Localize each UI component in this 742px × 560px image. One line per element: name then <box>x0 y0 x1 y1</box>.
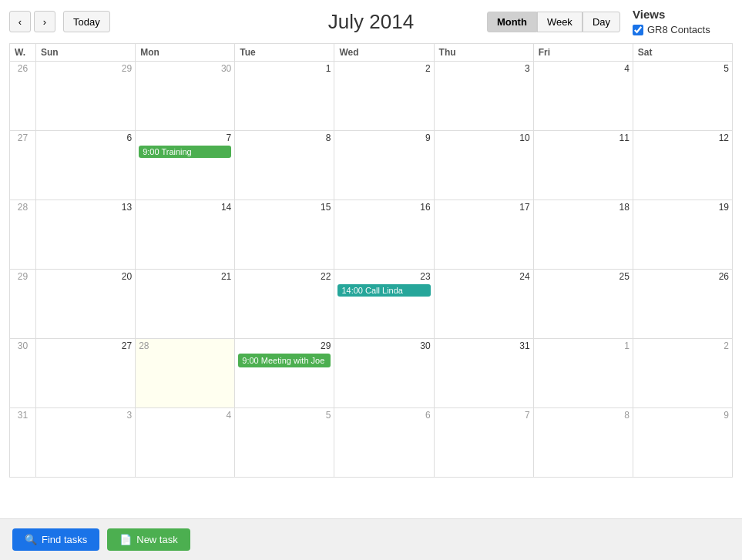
calendar-event[interactable]: 9:00 Meeting with Joe <box>238 354 331 367</box>
day-cell[interactable]: 19 <box>633 200 732 270</box>
day-number: 14 <box>139 202 231 213</box>
day-number: 30 <box>139 63 231 74</box>
new-task-button[interactable]: 📄 New task <box>107 528 190 551</box>
find-tasks-label: Find tasks <box>42 534 87 545</box>
day-number: 6 <box>39 132 132 143</box>
prev-button[interactable]: ‹ <box>9 11 31 32</box>
day-cell[interactable]: 18 <box>533 200 633 270</box>
week-row: 302728299:00 Meeting with Joe303112 <box>10 339 733 408</box>
day-cell[interactable]: 2 <box>334 62 434 131</box>
today-button[interactable]: Today <box>63 11 110 32</box>
day-cell[interactable]: 2 <box>633 339 732 408</box>
day-number: 18 <box>537 202 630 213</box>
day-cell[interactable]: 6 <box>334 408 434 478</box>
day-number: 1 <box>238 63 331 74</box>
day-cell[interactable]: 15 <box>235 200 334 270</box>
day-number: 2 <box>636 340 729 351</box>
today-number: 28 <box>139 340 149 351</box>
day-cell[interactable]: 1 <box>533 339 633 408</box>
day-cell[interactable]: 8 <box>533 408 633 478</box>
views-item: GR8 Contacts <box>633 24 733 35</box>
view-buttons: Month Week Day <box>487 12 620 32</box>
day-number: 2 <box>337 63 430 74</box>
day-number: 29 <box>39 63 132 74</box>
week-num-cell: 28 <box>10 200 36 270</box>
day-cell[interactable]: 13 <box>36 200 136 270</box>
day-cell[interactable]: 24 <box>434 270 533 339</box>
nav-buttons: ‹ › Today <box>9 11 110 32</box>
day-cell[interactable]: 27 <box>36 339 136 408</box>
day-cell[interactable]: 12 <box>633 131 732 200</box>
day-number: 9 <box>337 132 430 143</box>
day-cell[interactable]: 9 <box>334 131 434 200</box>
calendar-footer: 🔍 Find tasks 📄 New task <box>0 518 742 560</box>
day-cell[interactable]: 299:00 Meeting with Joe <box>235 339 334 408</box>
day-number: 20 <box>39 271 132 282</box>
day-view-button[interactable]: Day <box>583 12 620 32</box>
calendar-grid: W. Sun Mon Tue Wed Thu Fri Sat 262930123… <box>9 43 733 478</box>
day-number: 27 <box>39 340 132 351</box>
week-view-button[interactable]: Week <box>537 12 583 32</box>
day-cell[interactable]: 5 <box>235 408 334 478</box>
day-cell[interactable]: 20 <box>36 270 136 339</box>
gr8-contacts-checkbox[interactable] <box>633 25 643 35</box>
day-number: 6 <box>337 410 430 421</box>
day-number: 31 <box>438 340 530 351</box>
day-number: 8 <box>238 132 331 143</box>
week-num-cell: 26 <box>10 62 36 131</box>
search-icon: 🔍 <box>25 534 37 545</box>
day-number: 26 <box>636 271 729 282</box>
find-tasks-button[interactable]: 🔍 Find tasks <box>12 528 99 551</box>
day-number: 23 <box>337 271 430 282</box>
day-number: 9 <box>636 410 729 421</box>
day-cell[interactable]: 7 <box>434 408 533 478</box>
day-cell[interactable]: 31 <box>434 339 533 408</box>
month-view-button[interactable]: Month <box>487 12 537 32</box>
day-number: 30 <box>337 340 430 351</box>
day-number: 22 <box>238 271 331 282</box>
calendar-wrapper: ‹ › Today July 2014 Month Week Day Views… <box>0 0 742 560</box>
day-cell[interactable]: 8 <box>235 131 334 200</box>
fri-header: Fri <box>533 44 633 62</box>
day-number: 5 <box>238 410 331 421</box>
day-number: 17 <box>438 202 530 213</box>
day-cell[interactable]: 16 <box>334 200 434 270</box>
mon-header: Mon <box>136 44 235 62</box>
day-number: 3 <box>39 410 132 421</box>
day-cell[interactable]: 4 <box>136 408 235 478</box>
day-number: 4 <box>537 63 630 74</box>
views-panel: Views GR8 Contacts <box>633 8 733 35</box>
day-cell[interactable]: 21 <box>136 270 235 339</box>
day-cell[interactable]: 30 <box>136 62 235 131</box>
next-button[interactable]: › <box>34 11 55 32</box>
day-cell[interactable]: 14 <box>136 200 235 270</box>
day-cell[interactable]: 10 <box>434 131 533 200</box>
day-cell[interactable]: 29 <box>36 62 136 131</box>
calendar-header: ‹ › Today July 2014 Month Week Day Views… <box>0 0 742 43</box>
day-cell[interactable]: 5 <box>633 62 732 131</box>
day-cell[interactable]: 79:00 Training <box>136 131 235 200</box>
day-cell[interactable]: 17 <box>434 200 533 270</box>
day-cell[interactable]: 4 <box>533 62 633 131</box>
calendar-event[interactable]: 14:00 Call Linda <box>337 284 430 297</box>
day-cell[interactable]: 2314:00 Call Linda <box>334 270 434 339</box>
new-task-icon: 📄 <box>119 534 132 545</box>
week-num-cell: 29 <box>10 270 36 339</box>
day-number: 24 <box>438 271 530 282</box>
week-row: 292021222314:00 Call Linda242526 <box>10 270 733 339</box>
day-cell[interactable]: 22 <box>235 270 334 339</box>
calendar-event[interactable]: 9:00 Training <box>139 146 231 158</box>
day-cell[interactable]: 9 <box>633 408 732 478</box>
day-cell[interactable]: 30 <box>334 339 434 408</box>
day-cell[interactable]: 3 <box>36 408 136 478</box>
thu-header: Thu <box>434 44 533 62</box>
day-cell[interactable]: 25 <box>533 270 633 339</box>
day-cell[interactable]: 11 <box>533 131 633 200</box>
day-cell[interactable]: 3 <box>434 62 533 131</box>
day-cell[interactable]: 28 <box>136 339 235 408</box>
day-cell[interactable]: 1 <box>235 62 334 131</box>
day-number: 16 <box>337 202 430 213</box>
day-cell[interactable]: 6 <box>36 131 136 200</box>
day-number: 12 <box>636 132 729 143</box>
day-cell[interactable]: 26 <box>633 270 732 339</box>
